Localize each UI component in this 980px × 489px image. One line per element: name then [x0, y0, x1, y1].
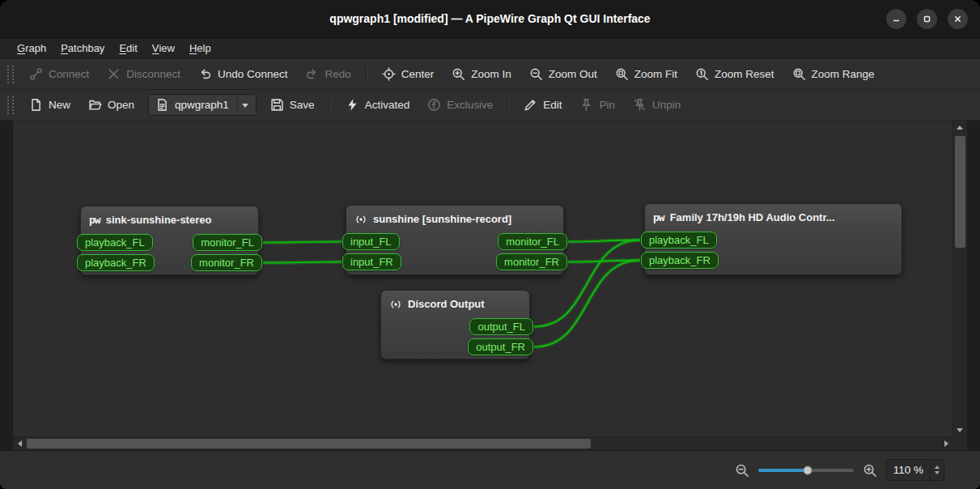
titlebar[interactable]: qpwgraph1 [modified] — A PipeWire Graph …	[0, 0, 980, 38]
open-icon	[88, 98, 102, 112]
new-icon	[29, 98, 43, 112]
disconnect-button: Disconnect	[99, 62, 189, 87]
redo-button: Redo	[297, 62, 358, 87]
zoom-in-icon	[863, 463, 877, 478]
zoom-fit-button[interactable]: Zoom Fit	[607, 62, 685, 87]
stream-icon	[354, 213, 367, 226]
port-family-playback_FR[interactable]: playback_FR	[641, 252, 719, 269]
port-sunshine-input_FR[interactable]: input_FR	[342, 253, 401, 270]
node-family[interactable]: pwFamily 17h/19h HD Audio Contr...playba…	[644, 203, 902, 275]
app-window: qpwgraph1 [modified] — A PipeWire Graph …	[0, 0, 980, 489]
dropdown-arrow-icon[interactable]	[237, 95, 252, 115]
zoom-spin-up[interactable]	[935, 466, 940, 469]
pin-button: Pin	[571, 93, 623, 117]
horizontal-scrollbar-thumb[interactable]	[27, 439, 591, 449]
scrollbar-corner	[952, 436, 967, 450]
port-sunshine-input_FL[interactable]: input_FL	[342, 233, 400, 250]
scroll-right-arrow[interactable]	[940, 437, 952, 450]
activated-icon	[346, 98, 359, 112]
toolbar-drag-handle[interactable]	[7, 66, 14, 83]
graph-canvas[interactable]: pwsink-sunshine-stereoplayback_FLplaybac…	[13, 121, 952, 436]
port-sunshine-monitor_FL[interactable]: monitor_FL	[498, 233, 567, 250]
vertical-scrollbar-thumb[interactable]	[955, 136, 965, 248]
scroll-left-arrow[interactable]	[13, 437, 26, 450]
zoom-spinbox[interactable]: 110 %	[886, 459, 944, 481]
port-sunshine-monitor_FR[interactable]: monitor_FR	[496, 253, 567, 270]
menu-edit[interactable]: Edit	[112, 38, 144, 58]
save-button[interactable]: Save	[262, 93, 323, 117]
disconnect-icon	[107, 67, 121, 81]
port-family-playback_FL[interactable]: playback_FL	[641, 232, 717, 249]
menubar: GraphPatchbayEditViewHelp	[0, 38, 980, 59]
port-sink-playback_FR[interactable]: playback_FR	[77, 254, 155, 271]
zoom-range-button[interactable]: Zoom Range	[784, 62, 883, 87]
edit-button[interactable]: Edit	[515, 93, 570, 117]
port-sink-playback_FL[interactable]: playback_FL	[77, 234, 153, 251]
zoom-in-button[interactable]: Zoom In	[443, 62, 520, 87]
menu-patchbay[interactable]: Patchbay	[53, 38, 112, 58]
zoom-slider[interactable]	[758, 462, 854, 478]
zoom-out-icon	[735, 463, 749, 478]
new-button[interactable]: New	[21, 93, 78, 117]
toolbar-separator	[366, 66, 367, 83]
zoom-value: 110 %	[887, 460, 930, 480]
zoom-reset-icon	[695, 67, 709, 81]
graph-toolbar: ConnectDisconnectUndo ConnectRedoCenterZ…	[0, 59, 980, 90]
menu-view[interactable]: View	[145, 38, 182, 58]
node-discord[interactable]: Discord Outputoutput_FLoutput_FR	[380, 290, 530, 359]
activated-button[interactable]: Activated	[337, 93, 418, 117]
zoom-spin-buttons	[930, 460, 944, 480]
zoom-reset-button[interactable]: Zoom Reset	[687, 62, 783, 87]
redo-icon	[305, 67, 319, 81]
patchbay-file-icon	[155, 98, 169, 112]
connect-icon	[29, 67, 43, 81]
patchbay-toolbar: NewOpenqpwgraph1SaveActivatedExclusiveEd…	[0, 90, 980, 121]
zoom-in-icon	[452, 67, 465, 81]
zoom-range-icon	[792, 67, 806, 81]
port-discord-output_FR[interactable]: output_FR	[468, 338, 533, 355]
port-sink-monitor_FL[interactable]: monitor_FL	[193, 234, 262, 251]
central-area: pwsink-sunshine-stereoplayback_FLplaybac…	[0, 121, 980, 450]
center-button[interactable]: Center	[374, 62, 443, 87]
exclusive-button: Exclusive	[419, 93, 501, 117]
zoom-out-button[interactable]: Zoom Out	[521, 62, 605, 87]
undo-connect-button[interactable]: Undo Connect	[190, 62, 295, 87]
zoom-out-icon	[529, 67, 543, 81]
maximize-button[interactable]	[917, 9, 937, 29]
patchbay-name: qpwgraph1	[175, 99, 229, 111]
pipewire-icon: pw	[653, 211, 664, 224]
window-controls	[886, 9, 980, 29]
minimize-button[interactable]	[886, 9, 906, 29]
toolbar-drag-handle[interactable]	[7, 96, 14, 114]
scroll-up-arrow[interactable]	[953, 121, 966, 134]
connection-sink.monitor_FL-to-sunshine.input_FL[interactable]	[263, 242, 342, 243]
zoom-fit-icon	[615, 67, 629, 81]
port-discord-output_FL[interactable]: output_FL	[469, 318, 533, 335]
edit-icon	[524, 98, 537, 112]
node-title: Discord Output	[381, 291, 529, 314]
port-sink-monitor_FR[interactable]: monitor_FR	[191, 254, 262, 271]
node-sink[interactable]: pwsink-sunshine-stereoplayback_FLplaybac…	[80, 206, 259, 275]
pin-icon	[579, 98, 593, 112]
scroll-down-arrow[interactable]	[953, 423, 966, 436]
menu-graph[interactable]: Graph	[10, 38, 53, 58]
vertical-scrollbar[interactable]	[952, 121, 967, 436]
zoom-slider-fill	[758, 469, 808, 472]
center-icon	[382, 67, 396, 81]
node-title: pwsink-sunshine-stereo	[81, 206, 258, 230]
open-button[interactable]: Open	[80, 93, 142, 117]
unpin-icon	[633, 98, 647, 112]
close-button[interactable]	[948, 9, 968, 29]
menu-help[interactable]: Help	[182, 38, 218, 58]
toolbar-separator	[507, 96, 509, 114]
zoom-spin-down[interactable]	[935, 471, 940, 474]
zoom-slider-handle[interactable]	[804, 466, 812, 474]
window-title: qpwgraph1 [modified] — A PipeWire Graph …	[0, 12, 980, 25]
node-title: pwFamily 17h/19h HD Audio Contr...	[645, 204, 902, 227]
connection-sink.monitor_FR-to-sunshine.input_FR[interactable]	[263, 262, 342, 263]
horizontal-scrollbar[interactable]	[13, 436, 952, 450]
save-icon	[270, 98, 284, 112]
node-sunshine[interactable]: sunshine [sunshine-record]input_FLinput_…	[346, 205, 564, 275]
patchbay-select[interactable]: qpwgraph1	[148, 94, 257, 116]
node-title: sunshine [sunshine-record]	[346, 206, 563, 229]
